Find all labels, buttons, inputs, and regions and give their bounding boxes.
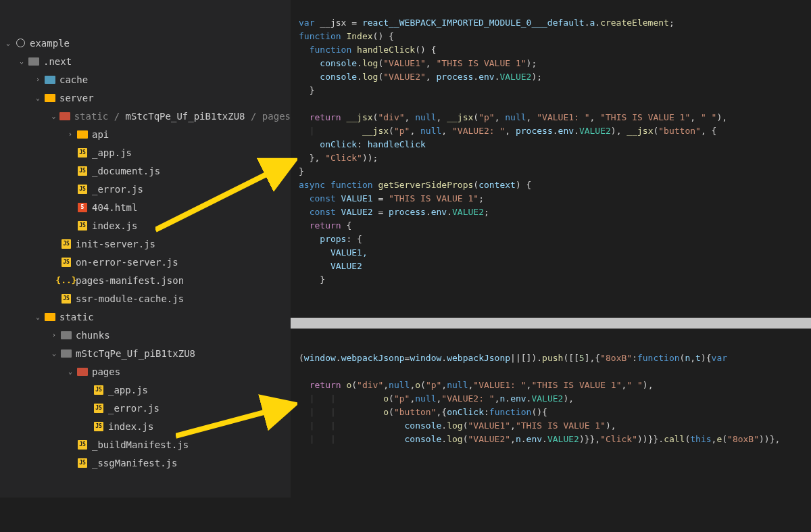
js-file-icon: JS [59,294,73,304]
tree-folder-hash[interactable]: ⌄ mStcTqPe_Uf_piB1txZU8 [0,344,291,362]
js-file-icon: JS [76,185,89,194]
js-file-icon: JS [92,422,105,431]
svg-rect-8 [77,368,88,376]
tree-file-ssr-module-cache[interactable]: JS ssr-module-cache.js [0,289,291,308]
svg-rect-0 [28,57,39,66]
svg-rect-3 [59,112,70,120]
tree-file-index-js-static[interactable]: JS index.js [0,417,291,435]
chevron-down-icon: ⌄ [65,368,76,375]
circle-icon [14,39,27,47]
tree-file-app-js[interactable]: JS _app.js [0,143,291,162]
chevron-down-icon: ⌄ [3,39,14,47]
svg-rect-2 [45,94,55,102]
chevron-down-icon: ⌄ [49,349,59,357]
tree-folder-api[interactable]: › api [0,125,291,143]
tree-file-document-js[interactable]: JS _document.js [0,162,291,180]
folder-icon [43,76,57,84]
editor-pane-top[interactable]: var __jsx = react__WEBPACK_IMPORTED_MODU… [291,3,811,318]
folder-icon [59,349,73,358]
tree-file-app-js-static[interactable]: JS _app.js [0,381,291,399]
editor-area: var __jsx = react__WEBPACK_IMPORTED_MODU… [291,0,811,532]
folder-icon [76,368,89,376]
tree-file-index-js-server[interactable]: JS index.js [0,216,291,235]
folder-icon [27,57,41,66]
json-file-icon: {..} [59,275,73,285]
tree-file-pages-manifest[interactable]: {..} pages-manifest.json [0,271,291,289]
html5-file-icon: 5 [76,203,89,212]
js-file-icon: JS [76,221,89,231]
tree-file-error-js[interactable]: JS _error.js [0,180,291,198]
tree-folder-cache[interactable]: › cache [0,70,291,89]
tree-folder-next[interactable]: ⌄ .next [0,52,291,70]
tree-root-example[interactable]: ⌄ example [0,34,291,52]
chevron-down-icon: ⌄ [49,112,59,120]
js-file-icon: JS [59,239,73,249]
js-file-icon: JS [76,148,89,158]
svg-rect-7 [61,349,72,358]
tree-folder-server[interactable]: ⌄ server [0,89,291,107]
js-file-icon: JS [76,458,89,468]
tree-folder-chunks[interactable]: › chunks [0,326,291,344]
svg-rect-5 [45,313,55,321]
tree-file-ssg-manifest[interactable]: JS _ssgManifest.js [0,454,291,472]
svg-rect-1 [45,76,55,84]
chevron-down-icon: ⌄ [32,313,43,320]
chevron-down-icon: ⌄ [16,57,27,65]
js-file-icon: JS [92,385,105,395]
tree-file-on-error-server[interactable]: JS on-error-server.js [0,253,291,271]
pane-divider[interactable] [291,318,811,329]
folder-icon [43,313,57,321]
js-file-icon: JS [76,440,89,450]
js-file-icon: JS [76,166,89,176]
chevron-down-icon: ⌄ [32,94,43,101]
folder-icon [76,130,89,139]
tree-file-error-js-static[interactable]: JS _error.js [0,399,291,417]
svg-rect-6 [61,331,72,339]
tree-folder-static[interactable]: ⌄ static [0,308,291,326]
tree-folder-static-pages[interactable]: ⌄ static / mStcTqPe_Uf_piB1txZU8 / pages [0,107,291,125]
file-explorer-sidebar: ⌄ example ⌄ .next › cache ⌄ server ⌄ sta… [0,0,291,498]
tree-file-build-manifest[interactable]: JS _buildManifest.js [0,435,291,454]
chevron-right-icon: › [32,76,43,83]
tree-file-404-html[interactable]: 5 404.html [0,198,291,216]
svg-rect-4 [77,130,88,139]
js-file-icon: JS [59,258,73,267]
tree-folder-pages[interactable]: ⌄ pages [0,362,291,381]
chevron-right-icon: › [49,331,59,339]
js-file-icon: JS [92,404,105,413]
editor-pane-bottom[interactable]: (window.webpackJsonp=window.webpackJsonp… [291,338,811,460]
folder-icon [43,94,57,102]
folder-icon [59,112,72,120]
chevron-right-icon: › [65,130,76,138]
folder-icon [59,331,73,339]
tree-file-init-server[interactable]: JS init-server.js [0,235,291,253]
